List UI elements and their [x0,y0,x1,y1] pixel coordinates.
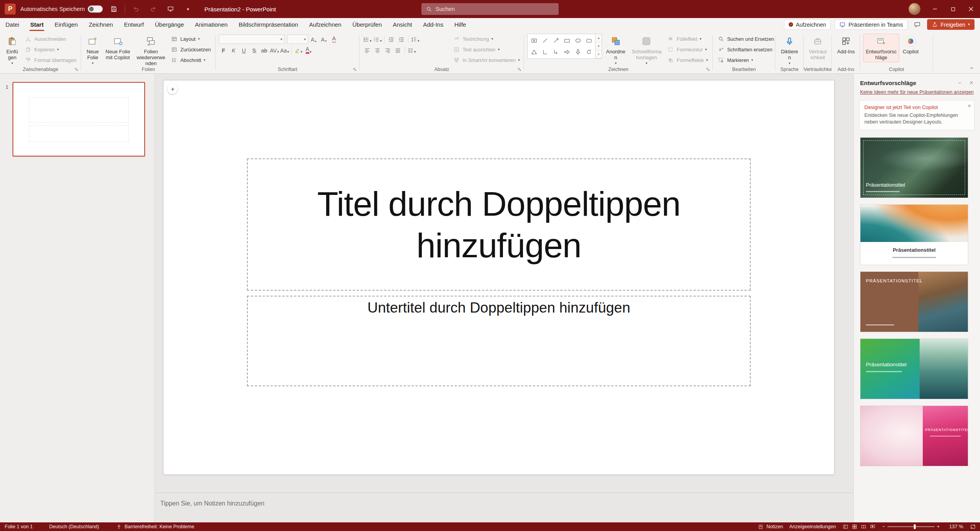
reading-view-button[interactable] [860,524,867,530]
notice-close-icon[interactable]: × [968,103,971,109]
dialog-launcher-icon[interactable] [517,67,521,71]
fit-to-window-button[interactable] [969,524,976,530]
bullets-button[interactable]: ▾ [363,35,372,44]
text-direction-button[interactable]: Textrichtung ▾ [451,34,521,44]
shape-rectangle-icon[interactable] [561,35,572,46]
text-shadow-button[interactable]: S [249,45,259,55]
align-center-button[interactable] [373,45,382,55]
gallery-more-icon[interactable]: ≡ [595,50,602,58]
new-slide-copilot-button[interactable]: Neue Folie mit Copilot [103,34,133,62]
justify-button[interactable] [393,45,403,55]
zoom-out-button[interactable]: − [882,524,885,529]
copy-button[interactable]: Kopieren ▾ [23,45,78,55]
search-box[interactable]: Suchen [421,3,559,15]
zoom-in-button[interactable]: + [937,524,940,529]
add-ins-button[interactable]: Add-Ins [835,34,857,56]
dialog-launcher-icon[interactable] [353,67,357,71]
zoom-percentage[interactable]: 137 % [946,524,963,529]
strikethrough-button[interactable]: ab [260,45,269,55]
convert-smartart-button[interactable]: In SmartArt konvertieren ▾ [451,55,521,65]
undo-button[interactable] [130,3,142,15]
zoom-slider-knob[interactable] [914,524,916,529]
panel-chevron-down-icon[interactable] [956,79,964,87]
design-suggestion-1[interactable]: Präsentationstitel [860,137,968,198]
font-color-button[interactable]: A▾ [304,45,313,55]
slide-counter[interactable]: Folie 1 von 1 [5,524,33,529]
tab-einfuegen[interactable]: Einfügen [49,18,83,31]
find-replace-button[interactable]: Suchen und Ersetzen [716,34,775,44]
columns-button[interactable]: ▾ [407,45,416,55]
arrange-button[interactable]: Anordnen ▾ [604,34,628,66]
quick-styles-button[interactable]: Schnellformatvorlagen ▾ [629,34,664,66]
tab-start[interactable]: Start [25,18,49,31]
comments-button[interactable] [911,19,923,30]
change-case-button[interactable]: Aa▾ [280,45,289,55]
start-presentation-button[interactable] [164,3,177,15]
reuse-slides-button[interactable]: Folien wiederverwenden [134,34,167,67]
gallery-down-icon[interactable]: ▾ [595,42,602,51]
cut-button[interactable]: Ausschneiden [23,34,78,44]
display-settings-button[interactable]: Anzeigeeinstellungen [789,524,836,529]
shape-elbow-icon[interactable] [539,46,550,58]
powerpoint-logo-icon[interactable]: P [5,4,16,15]
shape-circular-arrow-icon[interactable] [583,46,594,58]
font-name-combobox[interactable]: ▾ [219,35,285,44]
decrease-font-size-button[interactable]: A▾ [319,35,328,44]
design-suggestion-2[interactable]: Präsentationstitel [860,204,968,265]
shape-block-arrow-right-icon[interactable] [561,46,572,58]
record-button[interactable]: Aufzeichnen [784,20,831,30]
section-button[interactable]: Abschnitt ▾ [169,55,212,65]
autosave-toggle[interactable] [88,5,103,13]
shapes-gallery-scroll[interactable]: ▴ ▾ ≡ [595,34,602,59]
customize-qat-button[interactable]: ▾ [181,3,194,15]
reset-button[interactable]: Zurücksetzen [169,45,212,55]
dismiss-ideas-link[interactable]: Keine Ideen mehr für neue Präsentationen… [860,89,974,95]
shape-oval-icon[interactable] [572,35,583,46]
close-button[interactable] [962,0,980,18]
layout-button[interactable]: Layout ▾ [169,34,212,44]
increase-font-size-button[interactable]: A▴ [309,35,318,44]
select-button[interactable]: Markieren ▾ [716,55,775,65]
tab-uebergaenge[interactable]: Übergänge [149,18,189,31]
align-right-button[interactable] [383,45,392,55]
tab-animationen[interactable]: Animationen [189,18,233,31]
slide[interactable]: Titel durch Doppeltippen hinzufügen Unte… [163,80,834,475]
shape-fill-button[interactable]: Fülleffekt ▾ [665,34,710,44]
shape-textbox-icon[interactable] [528,35,539,46]
design-suggestion-4[interactable]: Präsentationstitel [860,338,968,399]
notes-toggle[interactable]: Notizen [757,524,783,530]
designer-hint-button[interactable] [167,84,178,94]
bold-button[interactable]: F [219,45,228,55]
maximize-button[interactable] [944,0,962,18]
language-indicator[interactable]: Deutsch (Deutschland) [49,524,99,529]
tab-bildschirmpraesentation[interactable]: Bildschirmpräsentation [233,18,304,31]
accessibility-checker[interactable]: Barrierefreiheit: Keine Probleme [116,524,194,530]
shape-triangle-icon[interactable] [528,46,539,58]
slide-thumbnail-1[interactable] [13,82,145,156]
tab-aufzeichnen[interactable]: Aufzeichnen [303,18,347,31]
tab-zeichnen[interactable]: Zeichnen [83,18,118,31]
underline-button[interactable]: U [239,45,249,55]
tab-datei[interactable]: Datei [0,18,25,31]
redo-button[interactable] [147,3,160,15]
slide-sorter-view-button[interactable] [851,524,858,530]
title-placeholder[interactable]: Titel durch Doppeltippen hinzufügen [247,158,751,291]
panel-close-icon[interactable] [967,79,975,87]
highlight-color-button[interactable]: ▾ [294,45,303,55]
sensitivity-button[interactable]: Vertraulichkeit [807,34,829,62]
minimize-button[interactable] [926,0,944,18]
notes-pane[interactable]: Tippen Sie, um Notizen hinzuzufügen [155,493,853,522]
paste-button[interactable]: Einfügen ▾ [3,34,21,66]
dialog-launcher-icon[interactable] [706,67,710,71]
design-suggestion-3[interactable]: PRÄSENTATIONSTITEL [860,271,968,332]
tab-add-ins[interactable]: Add-Ins [417,18,449,31]
numbering-button[interactable]: ▾ [373,35,382,44]
user-avatar[interactable] [909,3,920,15]
clear-formatting-button[interactable]: A [329,35,339,44]
tab-entwurf[interactable]: Entwurf [118,18,149,31]
gallery-up-icon[interactable]: ▴ [595,34,602,42]
replace-fonts-button[interactable]: Schriftarten ersetzen ▾ [716,45,775,55]
design-ideas-button[interactable]: Entwurfsvorschläge [863,34,899,62]
normal-view-button[interactable] [842,524,849,530]
shape-block-arrow-down-icon[interactable] [572,46,583,58]
